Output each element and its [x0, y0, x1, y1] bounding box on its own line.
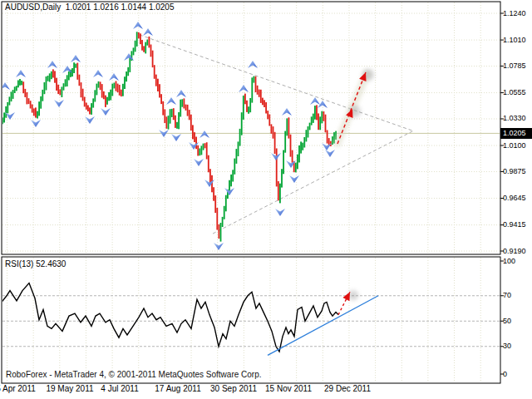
- price-axis-label: 1.0555: [503, 88, 526, 96]
- fractal-up-icon: [310, 97, 320, 105]
- rsi-axis-label: 0: [503, 370, 507, 378]
- chart-title: AUDUSD,Daily 1.0201 1.0216 1.0144 1.0205: [5, 2, 174, 12]
- fractal-up-icon: [200, 131, 209, 138]
- date-axis-label: 17 Aug 2011: [155, 384, 200, 393]
- fractal-down-icon: [194, 159, 204, 166]
- rsi-indicator-title: RSI(13) 52.4630: [5, 259, 66, 268]
- main-grid: [2, 2, 500, 254]
- fractal-down-icon: [289, 175, 299, 183]
- current-price-tag: 1.0205: [500, 128, 532, 139]
- fractal-up-icon: [282, 108, 292, 116]
- triangle-lower: [213, 131, 413, 234]
- fractal-up-icon: [109, 73, 119, 81]
- fractal-up-icon: [248, 61, 258, 68]
- rsi-axis-label: 30: [503, 342, 511, 350]
- date-axis-label: 30 Sep 2011: [210, 384, 257, 393]
- price-axis-label: 0.9645: [503, 194, 526, 202]
- fractal-down-icon: [171, 134, 181, 141]
- fractal-up-icon: [143, 28, 153, 36]
- date-axis-label: 15 Nov 2011: [265, 384, 312, 393]
- price-axis-label: 1.1010: [503, 36, 526, 44]
- date-axis-label: 4 Jul 2011: [101, 384, 138, 393]
- price-axis-label: 1.0100: [503, 141, 526, 150]
- rsi-axis-label: 50: [503, 317, 511, 325]
- fractal-down-icon: [322, 143, 332, 150]
- fractal-up-icon: [176, 90, 186, 97]
- fractal-down-icon: [325, 150, 335, 157]
- price-axis-label: 0.9415: [503, 220, 526, 229]
- fractal-down-icon: [54, 100, 64, 107]
- price-axis-label: 1.0785: [503, 62, 526, 70]
- fractal-up-icon: [318, 101, 328, 108]
- fractal-up-icon: [62, 66, 72, 73]
- rsi-axis-label: 70: [503, 291, 511, 299]
- rsi-panel-border: [2, 257, 500, 383]
- price-axis-label: 1.0330: [503, 114, 526, 122]
- rsi-grid: [2, 258, 500, 382]
- fractal-down-icon: [275, 209, 285, 216]
- mt4-chart-window: AUDUSD,Daily 1.0201 1.0216 1.0144 1.0205…: [0, 0, 532, 399]
- rsi-axis-label: 100: [503, 257, 515, 265]
- main-panel-border: [2, 2, 500, 254]
- date-axis-label: 29 Dec 2011: [324, 384, 371, 393]
- fractal-up-icon: [133, 22, 143, 29]
- date-axis-label: 5 Apr 2011: [0, 384, 36, 393]
- rsi-line: [2, 283, 338, 352]
- fractal-up-icon: [93, 70, 103, 77]
- rsi-plot: [2, 283, 378, 356]
- fractal-up-icon: [166, 97, 176, 105]
- fractal-up-icon: [239, 85, 249, 92]
- current-price-value: 1.0205: [503, 129, 526, 137]
- bullish-projection-arrow: [336, 69, 374, 146]
- fractal-down-icon: [31, 120, 41, 127]
- fractal-up-icon: [47, 61, 57, 68]
- copyright-text: RoboForex - MetaTrader 4, © 2001-2011 Me…: [6, 370, 262, 379]
- price-axis-label: 1.1240: [503, 9, 526, 17]
- date-axis-label: 19 May 2011: [46, 384, 93, 393]
- fractal-up-icon: [71, 55, 81, 62]
- fractal-down-icon: [101, 108, 111, 116]
- fractal-up-icon: [16, 70, 26, 77]
- price-axis-label: 0.9875: [503, 167, 526, 175]
- price-axis-label: 0.9190: [503, 247, 526, 255]
- fractal-down-icon: [214, 243, 224, 250]
- chart-canvas[interactable]: [0, 0, 532, 399]
